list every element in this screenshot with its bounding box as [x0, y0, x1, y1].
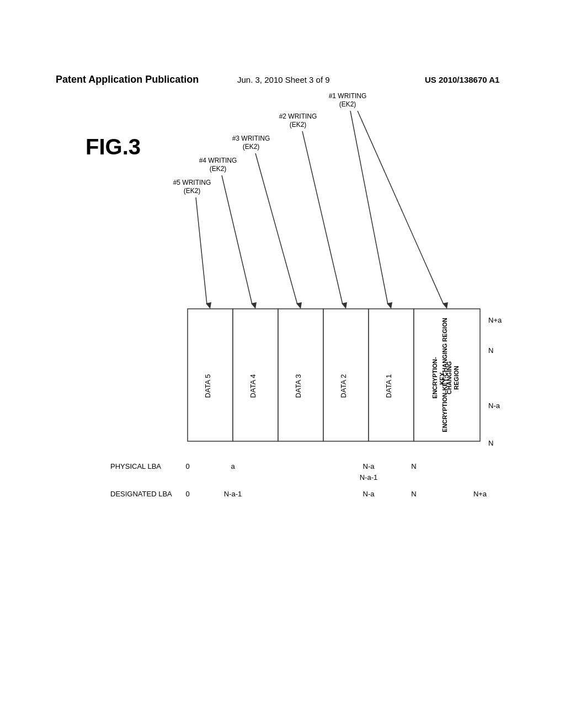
svg-text:a: a [231, 462, 235, 470]
svg-text:#5 WRITING: #5 WRITING [173, 179, 211, 186]
svg-text:N: N [411, 462, 416, 470]
svg-text:Patent Application Publication: Patent Application Publication [56, 74, 199, 85]
svg-text:N-a-1: N-a-1 [224, 490, 242, 498]
svg-text:#4 WRITING: #4 WRITING [199, 157, 237, 164]
svg-text:N: N [488, 346, 493, 355]
svg-text:#3 WRITING: #3 WRITING [232, 135, 270, 142]
svg-text:N-a-1: N-a-1 [360, 473, 378, 481]
svg-text:(EK2): (EK2) [290, 121, 307, 129]
svg-text:Jun. 3, 2010    Sheet 3 of 9: Jun. 3, 2010 Sheet 3 of 9 [237, 75, 330, 84]
svg-text:0: 0 [185, 490, 189, 498]
svg-text:N+a: N+a [473, 490, 487, 498]
svg-text:DATA 2: DATA 2 [339, 374, 348, 398]
svg-text:N+a: N+a [488, 316, 502, 324]
svg-text:(EK2): (EK2) [210, 165, 227, 173]
svg-text:(EK2): (EK2) [184, 187, 201, 195]
svg-text:0: 0 [185, 462, 189, 470]
svg-text:ENCRYPTION-: ENCRYPTION- [431, 357, 438, 399]
svg-text:US 2010/138670 A1: US 2010/138670 A1 [425, 75, 499, 84]
svg-text:#2 WRITING: #2 WRITING [279, 113, 317, 120]
svg-text:(EK2): (EK2) [339, 100, 356, 108]
svg-text:KEY-: KEY- [439, 371, 445, 385]
svg-text:N: N [488, 439, 493, 447]
svg-text:PHYSICAL LBA: PHYSICAL LBA [110, 462, 161, 470]
svg-text:N-a: N-a [488, 402, 500, 410]
svg-text:FIG.3: FIG.3 [86, 135, 141, 159]
svg-text:N-a: N-a [363, 462, 375, 470]
svg-text:DATA 1: DATA 1 [385, 374, 393, 398]
svg-text:CHANGING: CHANGING [446, 361, 452, 394]
svg-text:DESIGNATED LBA: DESIGNATED LBA [110, 490, 172, 498]
final-diagram: Patent Application Publication Jun. 3, 2… [0, 28, 565, 728]
svg-text:(EK2): (EK2) [243, 143, 260, 151]
svg-text:DATA 5: DATA 5 [204, 374, 212, 398]
svg-text:DATA 3: DATA 3 [294, 374, 302, 398]
svg-text:N-a: N-a [363, 490, 375, 498]
svg-text:#1 WRITING: #1 WRITING [329, 92, 367, 100]
svg-text:N: N [411, 490, 416, 498]
svg-text:REGION: REGION [453, 366, 460, 389]
svg-text:DATA 4: DATA 4 [249, 374, 257, 398]
